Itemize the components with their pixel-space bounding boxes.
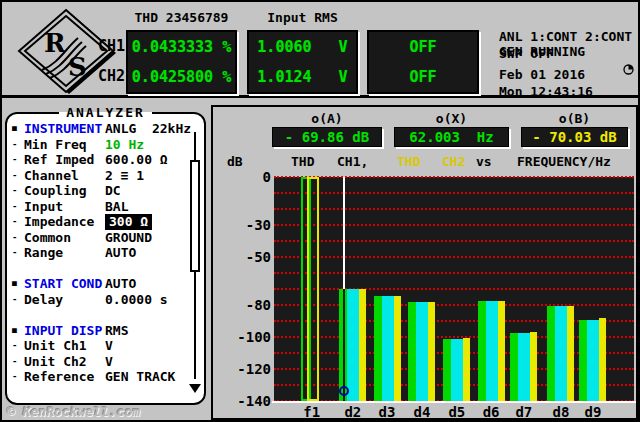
bar-overlap [451, 339, 463, 401]
menu-row-channel[interactable]: -Channel2 ≡ 1 [7, 168, 204, 184]
menu-row-input-disp[interactable]: ■INPUT DISPRMS [7, 323, 204, 339]
readout-b-label: o(B) [521, 111, 628, 127]
gridline--30db [274, 224, 634, 226]
menu-value: 600.00 Ω [105, 152, 168, 168]
bar-ch2 [428, 302, 435, 401]
item-marker-icon: - [12, 152, 17, 168]
thd-display: 0.0433333 %0.0425800 % [126, 30, 237, 94]
bar-ch2 [599, 318, 606, 401]
readout-a-value: - 69.86 dB [272, 127, 382, 147]
menu-row-unit-ch2[interactable]: -Unit Ch2V [7, 354, 204, 370]
cursor-line-over-bar [343, 289, 345, 401]
scrollbar-thumb[interactable] [190, 160, 200, 272]
menu-row-unit-ch1[interactable]: -Unit Ch1V [7, 338, 204, 354]
menu-row-reference[interactable]: -ReferenceGEN TRACK [7, 369, 204, 385]
bar-group-d9 [579, 318, 606, 401]
menu-label: Delay [24, 292, 63, 308]
bar-overlap [347, 289, 359, 401]
menu-value: GEN TRACK [105, 369, 175, 385]
cursor-readout-x: o(X) 62.003 Hz [394, 111, 509, 147]
menu-scrollbar[interactable] [190, 132, 200, 393]
item-marker-icon: - [12, 214, 17, 230]
menu-row-range[interactable]: -RangeAUTO [7, 245, 204, 261]
item-marker-icon: - [12, 245, 17, 261]
scrollbar-down-arrow-icon[interactable] [189, 384, 201, 393]
menu-label: Unit Ch2 [24, 354, 87, 370]
input-rms-display: 1.0060 V1.0124 V [247, 30, 358, 94]
item-marker-icon: - [12, 199, 17, 215]
bar-overlap [416, 302, 428, 401]
y-tick-label: -50 [225, 249, 271, 265]
time-label: Mon 12:43:16 [499, 83, 637, 100]
bar-group-d6 [478, 301, 505, 401]
bar-group-d8 [547, 306, 574, 401]
analyzer-panel-title: ANALYZER [59, 105, 152, 120]
gen-status: GEN RUNNING [499, 11, 637, 28]
menu-row-delay[interactable]: -Delay0.0000 s [7, 292, 204, 308]
x-tick-label-d5: d5 [440, 404, 474, 420]
menu-row-common[interactable]: -CommonGROUND [7, 230, 204, 246]
menu-value: 0.0000 s [105, 292, 168, 308]
x-tick-label-d6: d6 [474, 404, 508, 420]
group-marker-icon: ■ [12, 276, 17, 292]
menu-spacer [7, 261, 204, 277]
gridline--40db [274, 240, 634, 242]
bar-group-f1 [298, 177, 325, 401]
x-tick-label-d7: d7 [507, 404, 541, 420]
menu-label: Common [24, 230, 71, 246]
menu-row-input[interactable]: -InputBAL [7, 199, 204, 215]
date-label: Feb 01 2016 [499, 66, 637, 83]
plot-area [274, 177, 634, 401]
bar-ch1 [510, 333, 518, 401]
menu-value: ANLG 22kHz [105, 121, 191, 137]
bar-group-d5 [443, 338, 470, 401]
menu-row-start-cond[interactable]: ■START CONDAUTO [7, 276, 204, 292]
menu-value: BAL [105, 199, 128, 215]
thd-display-title: THD 23456789 [126, 10, 237, 24]
cursor-line[interactable] [343, 177, 345, 289]
analyzer-menu: ■INSTRUMENTANLG 22kHz-Min Freq10 Hz-Ref … [7, 121, 204, 385]
group-marker-icon: ■ [12, 121, 17, 137]
menu-label: Min Freq [24, 137, 87, 153]
display-value-ch2: OFF [369, 69, 477, 86]
menu-value: GROUND [105, 230, 152, 246]
chart-title-token: CH2 [442, 154, 465, 169]
item-marker-icon: - [12, 168, 17, 184]
y-tick-label: -30 [225, 217, 271, 233]
item-marker-icon: - [12, 292, 17, 308]
item-marker-icon: - [12, 230, 17, 246]
menu-value: AUTO [105, 276, 136, 292]
ch1-label: CH1 [98, 33, 128, 59]
input-rms-display-title: Input RMS [247, 10, 358, 24]
menu-label: INSTRUMENT [24, 121, 102, 137]
menu-label: Input [24, 199, 63, 215]
bar-group-d7 [510, 332, 537, 401]
menu-row-coupling[interactable]: -CouplingDC [7, 183, 204, 199]
bar-ch2 [567, 306, 574, 401]
menu-row-instrument[interactable]: ■INSTRUMENTANLG 22kHz [7, 121, 204, 137]
bar-ch1 [579, 320, 587, 401]
menu-row-min-freq[interactable]: -Min Freq10 Hz [7, 137, 204, 153]
y-axis-unit-label: dB [227, 154, 243, 169]
menu-row-ref-imped[interactable]: -Ref Imped600.00 Ω [7, 152, 204, 168]
cursor-readout-a: o(A) - 69.86 dB [272, 111, 382, 147]
chart-panel: o(A) - 69.86 dB o(X) 62.003 Hz o(B) - 70… [211, 105, 638, 420]
svg-text:S: S [68, 52, 87, 82]
bar-ch2 [530, 332, 537, 401]
y-tick-label: 0 [225, 169, 271, 185]
item-marker-icon: - [12, 137, 17, 153]
bar-ch1 [443, 339, 451, 401]
item-marker-icon: - [12, 338, 17, 354]
chart-title-token: FREQUENCY/Hz [517, 154, 611, 169]
cursor-readout-b: o(B) - 70.03 dB [521, 111, 628, 147]
menu-label: Ref Imped [24, 152, 94, 168]
bar-ch2 [394, 296, 401, 401]
top-status-bar: R S CH1 CH2 THD 23456789 Input RMS 0.043… [2, 2, 638, 98]
plot-underline [272, 401, 636, 403]
menu-label: Channel [24, 168, 79, 184]
chart-title-token: CH1, [337, 154, 368, 169]
menu-row-impedance[interactable]: -Impedance300 Ω [7, 214, 204, 230]
x-tick-label-d2: d2 [336, 404, 370, 420]
menu-value: AUTO [105, 245, 136, 261]
menu-label: START COND [24, 276, 102, 292]
